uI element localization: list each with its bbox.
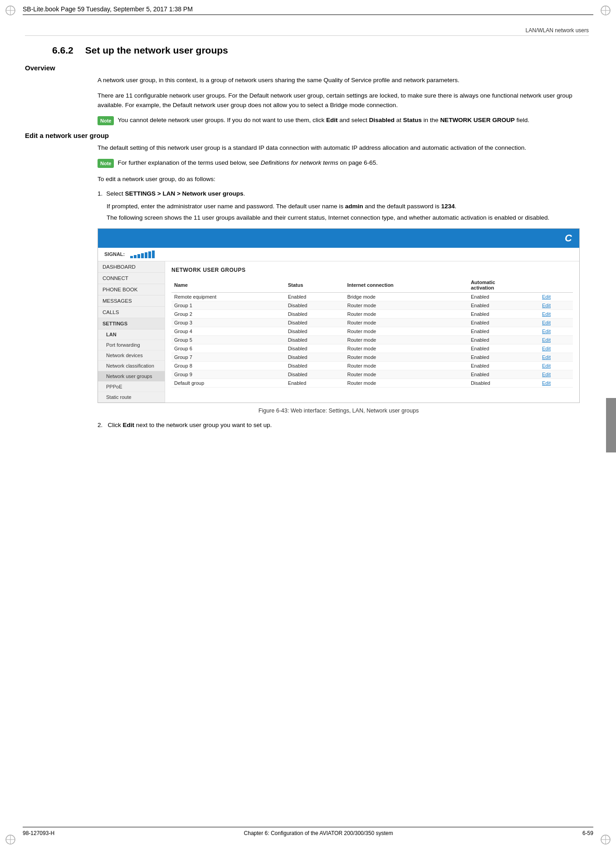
sidebar-subitem-pppoe[interactable]: PPPoE xyxy=(98,382,165,392)
page-header: SB-Lite.book Page 59 Tuesday, September … xyxy=(23,5,593,15)
table-cell-edit[interactable]: Edit xyxy=(539,301,573,310)
table-cell-edit[interactable]: Edit xyxy=(539,318,573,327)
edit-para1: The default setting of this network user… xyxy=(98,143,580,153)
signal-bar-6 xyxy=(148,251,151,258)
table-row: Group 1DisabledRouter modeEnabledEdit xyxy=(171,301,573,310)
table-row: Remote equipmentEnabledBridge modeEnable… xyxy=(171,292,573,301)
sidebar-item-connect[interactable]: CONNECT xyxy=(98,273,165,284)
ui-signal-bar: SIGNAL: xyxy=(98,248,579,261)
step1-row: 1. Select SETTINGS > LAN > Network user … xyxy=(98,189,580,223)
table-cell-edit[interactable]: Edit xyxy=(539,344,573,353)
table-cell-edit[interactable]: Edit xyxy=(539,378,573,387)
signal-bar-2 xyxy=(134,255,137,258)
table-cell-auto: Enabled xyxy=(468,353,539,361)
table-cell-auto: Enabled xyxy=(468,370,539,378)
note-badge-2: Note xyxy=(98,159,114,168)
table-cell-edit[interactable]: Edit xyxy=(539,370,573,378)
table-cell-name: Default group xyxy=(171,378,285,387)
signal-bar-5 xyxy=(145,252,147,258)
table-cell-internet: Router mode xyxy=(345,327,468,335)
sidebar-subitem-port-forwarding[interactable]: Port forwarding xyxy=(98,340,165,350)
sidebar-item-phonebook[interactable]: PHONE BOOK xyxy=(98,284,165,295)
sidebar-item-dashboard[interactable]: DASHBOARD xyxy=(98,261,165,273)
table-row: Group 2DisabledRouter modeEnabledEdit xyxy=(171,310,573,318)
sidebar-item-messages[interactable]: MESSAGES xyxy=(98,295,165,307)
table-cell-internet: Router mode xyxy=(345,310,468,318)
corner-mark-tl xyxy=(4,4,17,17)
corner-mark-tr xyxy=(599,4,612,17)
step1-text: Select SETTINGS > LAN > Network user gro… xyxy=(106,189,245,199)
table-cell-status: Disabled xyxy=(285,361,345,370)
table-cell-name: Group 4 xyxy=(171,327,285,335)
sidebar-item-calls[interactable]: CALLS xyxy=(98,307,165,318)
sidebar-subitem-network-devices[interactable]: Network devices xyxy=(98,350,165,361)
page-footer: 98-127093-H Chapter 6: Configuration of … xyxy=(23,827,593,836)
table-cell-status: Enabled xyxy=(285,292,345,301)
edit-section-heading: Edit a network user group xyxy=(25,132,109,139)
section-heading-row: 6.6.2 Set up the network user groups xyxy=(52,45,589,56)
table-row: Group 5DisabledRouter modeEnabledEdit xyxy=(171,335,573,344)
table-cell-internet: Router mode xyxy=(345,361,468,370)
table-row: Group 4DisabledRouter modeEnabledEdit xyxy=(171,327,573,335)
ui-signal-label: SIGNAL: xyxy=(104,251,125,257)
table-cell-name: Group 7 xyxy=(171,353,285,361)
signal-bar-7 xyxy=(152,251,155,258)
table-cell-name: Group 9 xyxy=(171,370,285,378)
table-header-status: Status xyxy=(285,278,345,293)
page-edge-tab xyxy=(606,398,616,452)
signal-bar-1 xyxy=(130,256,133,258)
table-row: Group 7DisabledRouter modeEnabledEdit xyxy=(171,353,573,361)
table-cell-edit[interactable]: Edit xyxy=(539,292,573,301)
signal-bar-3 xyxy=(137,254,140,258)
ui-main-panel: NETWORK USER GROUPS Name Status Internet… xyxy=(165,261,579,403)
overview-note-text: You cannot delete network user groups. I… xyxy=(117,116,529,125)
step1-sub1: If prompted, enter the administrator use… xyxy=(107,201,580,211)
table-cell-auto: Enabled xyxy=(468,344,539,353)
table-cell-edit[interactable]: Edit xyxy=(539,353,573,361)
table-cell-internet: Router mode xyxy=(345,370,468,378)
table-cell-name: Group 2 xyxy=(171,310,285,318)
ui-sidebar: DASHBOARD CONNECT PHONE BOOK MESSAGES CA… xyxy=(98,261,165,403)
chapter-title: LAN/WLAN network users xyxy=(526,27,589,34)
overview-para1: A network user group, in this context, i… xyxy=(98,75,580,85)
table-cell-name: Group 8 xyxy=(171,361,285,370)
corner-mark-bl xyxy=(4,833,17,846)
table-cell-auto: Enabled xyxy=(468,327,539,335)
table-row: Group 9DisabledRouter modeEnabledEdit xyxy=(171,370,573,378)
table-row: Group 3DisabledRouter modeEnabledEdit xyxy=(171,318,573,327)
figure-caption: Figure 6-43: Web interface: Settings, LA… xyxy=(98,408,580,414)
table-row: Group 6DisabledRouter modeEnabledEdit xyxy=(171,344,573,353)
section-number: 6.6.2 xyxy=(52,45,73,56)
table-cell-edit[interactable]: Edit xyxy=(539,310,573,318)
edit-note-text: For further explanation of the terms use… xyxy=(117,158,377,167)
overview-heading: Overview xyxy=(25,64,55,72)
overview-note-box: Note You cannot delete network user grou… xyxy=(98,116,580,126)
table-cell-internet: Router mode xyxy=(345,344,468,353)
table-cell-edit[interactable]: Edit xyxy=(539,335,573,344)
table-row: Default groupEnabledRouter modeDisabledE… xyxy=(171,378,573,387)
sidebar-subitem-lan[interactable]: LAN xyxy=(98,329,165,340)
table-cell-internet: Router mode xyxy=(345,301,468,310)
table-cell-edit[interactable]: Edit xyxy=(539,361,573,370)
ui-body: DASHBOARD CONNECT PHONE BOOK MESSAGES CA… xyxy=(98,261,579,403)
table-header-name: Name xyxy=(171,278,285,293)
table-cell-status: Disabled xyxy=(285,344,345,353)
step1-number: 1. xyxy=(98,189,103,199)
sidebar-subitem-network-user-groups[interactable]: Network user groups xyxy=(98,371,165,382)
screenshot-container: C SIGNAL: DASHBOARD CONNECT PHONE BOOK xyxy=(98,228,580,403)
sidebar-subitem-network-classification[interactable]: Network classification xyxy=(98,361,165,371)
table-row: Group 8DisabledRouter modeEnabledEdit xyxy=(171,361,573,370)
table-cell-internet: Bridge mode xyxy=(345,292,468,301)
table-cell-internet: Router mode xyxy=(345,353,468,361)
ui-header: C xyxy=(98,229,579,248)
sidebar-subitem-static-route[interactable]: Static route xyxy=(98,392,165,403)
table-cell-auto: Disabled xyxy=(468,378,539,387)
table-cell-auto: Enabled xyxy=(468,318,539,327)
table-cell-edit[interactable]: Edit xyxy=(539,327,573,335)
table-header-auto: Automaticactivation xyxy=(468,278,539,293)
step1-sub2: The following screen shows the 11 user g… xyxy=(107,213,580,223)
footer-right: 6-59 xyxy=(582,830,593,836)
overview-heading-row: Overview xyxy=(25,64,589,72)
content-area: LAN/WLAN network users 6.6.2 Set up the … xyxy=(25,27,589,818)
signal-bar-4 xyxy=(141,253,144,258)
